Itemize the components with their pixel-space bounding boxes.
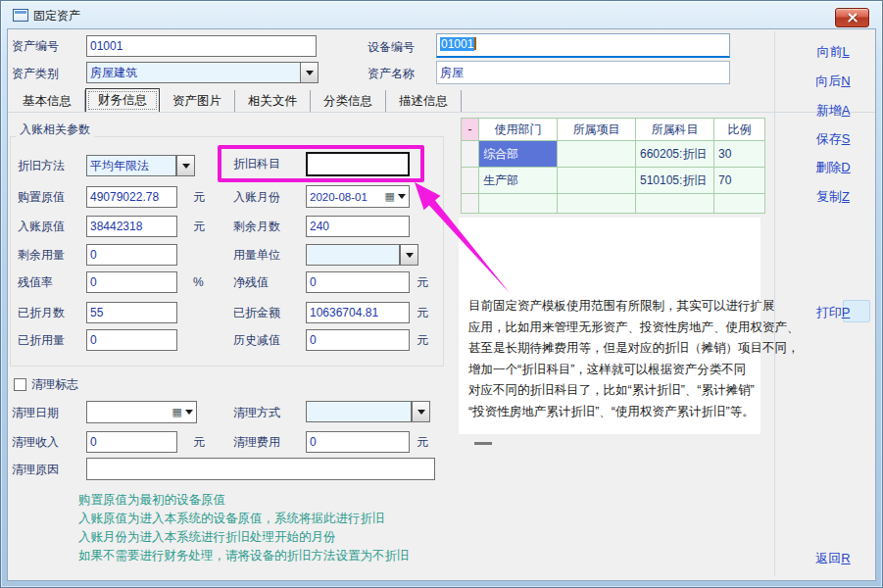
button-label: 删除 — [815, 160, 841, 174]
next-button[interactable]: 向后N — [808, 73, 858, 90]
button-label: 复制 — [816, 189, 842, 204]
asset-class-dropdown-button[interactable] — [300, 62, 319, 83]
button-label: 返回 — [815, 551, 841, 565]
chevron-down-icon — [306, 71, 314, 75]
copy-button[interactable]: 复制Z — [808, 188, 858, 206]
cell-ratio[interactable]: 70 — [714, 168, 765, 194]
asset-name-input[interactable]: 房屋 — [436, 61, 730, 84]
annotation-line: 甚至是长期待摊费用等，但是对应的折旧（摊销）项目不同， — [468, 338, 762, 360]
asset-no-label: 资产编号 — [12, 35, 59, 57]
cell-account[interactable]: 510105:折旧 — [636, 168, 714, 194]
purchase-value-label: 购置原值 — [18, 186, 65, 208]
note-line: 入账原值为进入本系统的设备原值，系统将据此进行折旧 — [78, 511, 385, 527]
close-icon — [848, 13, 858, 23]
cell-account[interactable]: 660205:折旧 — [636, 141, 714, 168]
tab-finance-info[interactable]: 财务信息 — [85, 88, 160, 113]
cleanup-flag-checkbox[interactable] — [14, 378, 26, 391]
tab-asset-picture[interactable]: 资产图片 — [160, 90, 235, 113]
prev-button[interactable]: 向前L — [808, 43, 858, 61]
button-mnemonic: L — [842, 44, 849, 59]
cell-dept[interactable]: 综合部 — [479, 141, 558, 168]
usage-unit-combo[interactable] — [306, 244, 400, 266]
entry-value-input[interactable]: 38442318 — [86, 216, 177, 237]
cleanup-flag-label: 清理标志 — [31, 373, 78, 395]
cleanup-expense-label: 清理费用 — [233, 431, 280, 453]
cleanup-method-combo[interactable] — [306, 401, 412, 422]
button-mnemonic: Z — [842, 189, 850, 204]
hist-impair-input[interactable]: 0 — [306, 329, 410, 351]
device-no-label: 设备编号 — [368, 36, 415, 58]
purchase-value-input[interactable]: 49079022.78 — [86, 186, 177, 208]
chevron-down-icon — [417, 410, 425, 415]
calendar-icon: ▦ — [385, 191, 395, 202]
cell-project[interactable] — [558, 141, 636, 168]
depr-method-dropdown-button[interactable] — [176, 155, 195, 176]
note-line: 如果不需要进行财务处理，请将设备的折旧方法设置为不折旧 — [78, 548, 410, 564]
entry-params-title: 入账相关参数 — [16, 122, 94, 137]
asset-name-label: 资产名称 — [368, 63, 415, 84]
tab-description-info[interactable]: 描述信息 — [386, 90, 462, 113]
cell-ratio[interactable]: 30 — [714, 141, 765, 168]
tab-related-files[interactable]: 相关文件 — [235, 90, 311, 113]
chevron-down-icon — [182, 164, 190, 169]
asset-class-combo[interactable]: 房屋建筑 — [86, 62, 301, 83]
cleanup-income-input[interactable]: 0 — [86, 431, 177, 453]
tab-separator-line — [8, 112, 875, 113]
remain-usage-input[interactable]: 0 — [86, 244, 177, 266]
usage-unit-label: 用量单位 — [233, 244, 280, 266]
cleanup-reason-label: 清理原因 — [12, 459, 59, 480]
close-button[interactable] — [835, 8, 869, 27]
depr-account-input[interactable] — [306, 152, 410, 176]
chevron-down-icon[interactable] — [185, 410, 193, 415]
annotation-line: 应用，比如用来管理无形资产、投资性房地产、使用权资产、 — [468, 318, 762, 339]
cleanup-reason-input[interactable] — [86, 458, 435, 480]
device-no-input[interactable]: 01001 — [436, 33, 730, 58]
button-mnemonic: P — [842, 305, 851, 319]
save-button[interactable]: 保存S — [808, 130, 858, 148]
hist-impair-label: 历史减值 — [233, 329, 280, 351]
residual-rate-label: 残值率 — [18, 271, 53, 293]
unit-percent: % — [193, 271, 204, 293]
cell-project[interactable] — [558, 168, 636, 194]
cleanup-income-label: 清理收入 — [12, 431, 59, 453]
depr-account-label: 折旧科目 — [233, 153, 280, 174]
chevron-down-icon[interactable] — [398, 194, 406, 199]
cleanup-method-dropdown-button[interactable] — [412, 401, 430, 422]
net-residual-input[interactable]: 0 — [306, 271, 410, 293]
depr-months-input[interactable]: 55 — [86, 302, 177, 323]
cleanup-expense-input[interactable]: 0 — [306, 431, 410, 453]
remain-months-input[interactable]: 240 — [306, 216, 410, 237]
button-label: 新增 — [816, 103, 842, 118]
col-header-project: 所属项目 — [558, 119, 636, 141]
entry-value-label: 入账原值 — [18, 216, 65, 237]
row-selector[interactable] — [462, 141, 479, 168]
depr-amount-input[interactable]: 10636704.81 — [306, 302, 410, 323]
depr-method-combo[interactable]: 平均年限法 — [86, 155, 176, 176]
tab-basic-info[interactable]: 基本信息 — [10, 90, 85, 113]
remain-usage-label: 剩余用量 — [18, 244, 65, 266]
selected-text: 01001 — [440, 37, 474, 51]
button-mnemonic: D — [841, 160, 850, 174]
print-button[interactable]: 打印P — [808, 304, 858, 321]
cell-account[interactable] — [636, 194, 714, 214]
button-label: 向后 — [815, 74, 841, 88]
unit-yuan: 元 — [193, 186, 205, 208]
cell-project[interactable] — [558, 194, 636, 214]
delete-button[interactable]: 删除D — [808, 159, 858, 176]
cleanup-date-datepicker[interactable]: ▦ — [86, 401, 197, 423]
title-bar[interactable]: 固定资产 — [0, 0, 883, 29]
fixed-asset-window: 固定资产 资产编号 01001 设备编号 01001 资产类别 房屋建筑 资产名… — [0, 0, 883, 588]
cleanup-date-label: 清理日期 — [12, 402, 59, 423]
asset-no-input[interactable]: 01001 — [86, 35, 317, 57]
cell-ratio[interactable] — [714, 194, 765, 214]
entry-month-datepicker[interactable]: 2020-08-01 ▦ — [306, 185, 410, 208]
dash-mark — [474, 442, 492, 445]
depr-usage-input[interactable]: 0 — [86, 329, 177, 351]
note-line: 购置原值为最初的设备原值 — [78, 492, 225, 509]
annotation-line: 对应不同的折旧科目了，比如“累计折旧”、“累计摊销” — [468, 380, 762, 402]
tab-class-info[interactable]: 分类信息 — [311, 90, 386, 113]
remain-months-label: 剩余月数 — [233, 216, 280, 237]
residual-rate-input[interactable]: 0 — [86, 271, 177, 293]
add-button[interactable]: 新增A — [808, 102, 858, 120]
return-button[interactable]: 返回R — [808, 550, 858, 567]
